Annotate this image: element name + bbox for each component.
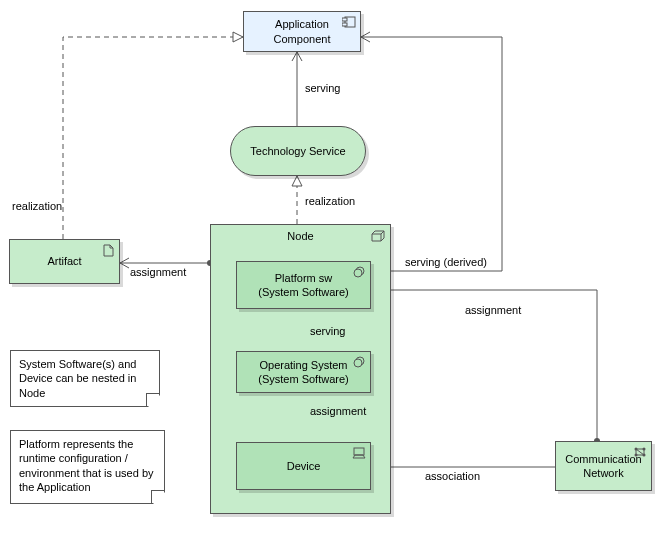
node-icon: [371, 230, 385, 242]
artifact[interactable]: Artifact: [9, 239, 120, 284]
svg-rect-8: [342, 18, 347, 21]
edge-label-assignment-right: assignment: [465, 304, 521, 316]
technology-service[interactable]: Technology Service: [230, 126, 366, 176]
edge-label-serving-derived: serving (derived): [405, 256, 487, 268]
edge-label-assignment-inner: assignment: [310, 405, 366, 417]
note-nesting: System Software(s) and Device can be nes…: [10, 350, 160, 407]
system-software-icon: [352, 266, 366, 278]
device[interactable]: Device: [236, 442, 371, 490]
device-icon: [352, 447, 366, 459]
artifact-icon: [101, 244, 115, 256]
svg-point-13: [354, 359, 362, 367]
svg-rect-9: [342, 23, 347, 26]
note-platform: Platform represents the runtime configur…: [10, 430, 165, 504]
communication-network-label: Communication Network: [565, 452, 641, 481]
device-label: Device: [287, 459, 321, 473]
network-icon: [633, 446, 647, 458]
application-component-label: Application Component: [274, 17, 331, 46]
operating-system[interactable]: Operating System (System Software): [236, 351, 371, 393]
note-nesting-text: System Software(s) and Device can be nes…: [19, 358, 136, 399]
edge-label-association: association: [425, 470, 480, 482]
application-component[interactable]: Application Component: [243, 11, 361, 52]
operating-system-label: Operating System (System Software): [258, 358, 348, 387]
node-title: Node: [211, 229, 390, 243]
edge-label-realization-left: realization: [12, 200, 62, 212]
svg-rect-14: [354, 448, 364, 455]
platform-sw[interactable]: Platform sw (System Software): [236, 261, 371, 309]
platform-sw-label: Platform sw (System Software): [258, 271, 348, 300]
edge-label-serving: serving: [305, 82, 340, 94]
component-icon: [342, 16, 356, 28]
svg-point-11: [354, 269, 362, 277]
communication-network[interactable]: Communication Network: [555, 441, 652, 491]
edge-label-serving-inner: serving: [310, 325, 345, 337]
technology-service-label: Technology Service: [250, 144, 345, 158]
edge-label-realization-mid: realization: [305, 195, 355, 207]
note-platform-text: Platform represents the runtime configur…: [19, 438, 154, 493]
edge-label-assignment-left: assignment: [130, 266, 186, 278]
artifact-label: Artifact: [47, 254, 81, 268]
system-software-icon: [352, 356, 366, 368]
